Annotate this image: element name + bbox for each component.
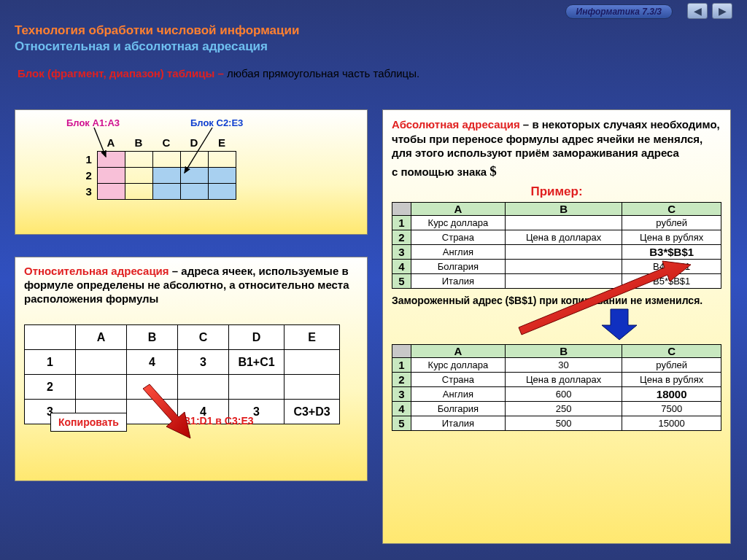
relative-definition: Относительная адресация – адреса ячеек, … (24, 265, 358, 306)
copy-range-text: B1:D1 в C3:E3 (183, 415, 254, 427)
relative-example-grid: ABCDE 143B1+C1 2 343C3+D3 (24, 324, 340, 424)
panel-relative-addressing: Относительная адресация – адреса ячеек, … (15, 257, 368, 481)
title-line-1: Технология обработки числовой информации (15, 23, 299, 38)
formula-arrow-icon (383, 225, 732, 349)
page-title: Технология обработки числовой информации… (15, 23, 299, 54)
triangle-right-icon: ▶ (719, 5, 727, 17)
title-line-2: Относительная и абсолютная адресация (15, 39, 299, 54)
triangle-left-icon: ◀ (694, 5, 702, 17)
panel-absolute-addressing: Абсолютная адресация – в некоторых случа… (382, 109, 731, 544)
prev-button[interactable]: ◀ (687, 3, 708, 19)
copy-label: Копировать (50, 413, 127, 432)
range-arrows-icon (15, 110, 368, 236)
panel-block-ranges: Блок A1:A3 Блок C2:E3 ABCDE 1 2 3 (15, 109, 368, 235)
absolute-definition: Абсолютная адресация – в некоторых случа… (392, 117, 721, 160)
block-definition: Блок (фрагмент, диапазон) таблицы – люба… (18, 67, 419, 79)
svg-line-1 (185, 128, 212, 173)
svg-line-0 (94, 128, 106, 157)
dollar-note: с помощью знака $ (392, 163, 721, 181)
slide-badge: Информатика 7.3/3 (565, 4, 673, 19)
next-button[interactable]: ▶ (712, 3, 732, 19)
absolute-table-values: ABC 1Курс доллара30рублей 2СтранаЦена в … (392, 344, 721, 431)
example-heading: Пример: (392, 184, 721, 199)
